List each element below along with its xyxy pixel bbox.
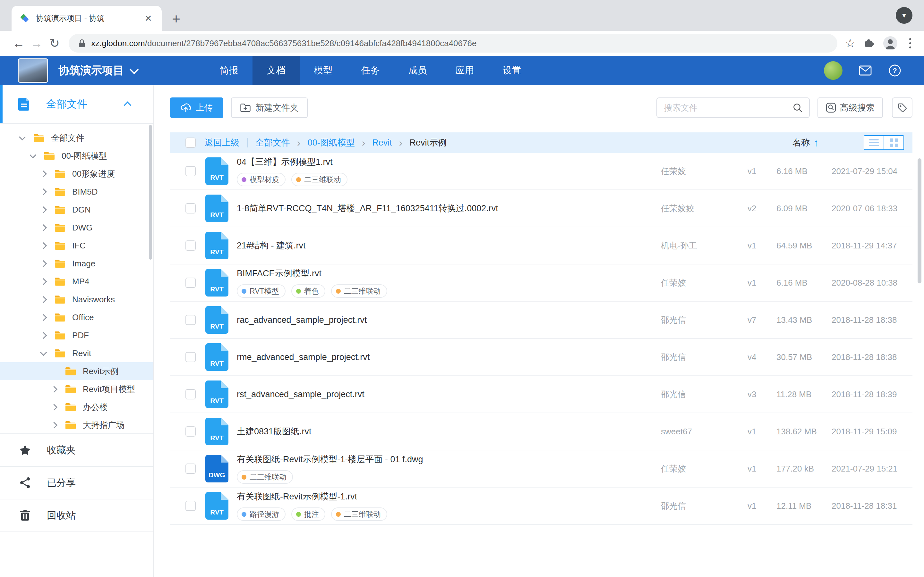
project-switcher-caret-icon[interactable] — [129, 65, 139, 74]
chevron-right-icon[interactable] — [40, 170, 47, 177]
upload-button[interactable]: 上传 — [170, 97, 223, 118]
file-name[interactable]: BIMFACE示例模型.rvt — [237, 268, 661, 279]
nav-item-应用[interactable]: 应用 — [441, 56, 488, 85]
file-name[interactable]: rme_advanced_sample_project.rvt — [237, 352, 661, 362]
row-checkbox[interactable] — [186, 315, 196, 325]
sidebar-section-all-files[interactable]: 全部文件 — [0, 85, 153, 124]
nav-item-文档[interactable]: 文档 — [252, 56, 300, 85]
tag-路径漫游[interactable]: 路径漫游 — [237, 508, 286, 521]
file-row[interactable]: RVT21#结构 - 建筑.rvt机电-孙工v164.59 MB2018-11-… — [170, 227, 913, 264]
sidebar-item-已分享[interactable]: 已分享 — [0, 466, 153, 499]
tree-item-Office[interactable]: Office — [0, 308, 153, 326]
file-name[interactable]: rst_advanced_sample_project.rvt — [237, 390, 661, 400]
tree-item-大拇指广场[interactable]: 大拇指广场 — [0, 416, 153, 434]
main-scrollbar[interactable] — [918, 158, 921, 284]
chevron-right-icon[interactable] — [40, 314, 47, 321]
nav-item-简报[interactable]: 简报 — [205, 56, 252, 85]
tree-item-PDF[interactable]: PDF — [0, 326, 153, 344]
chevron-right-icon[interactable] — [40, 260, 47, 267]
file-name[interactable]: 有关联图纸-Revit示例模型-1-楼层平面 - 01 f.dwg — [237, 454, 661, 465]
tree-item-全部文件[interactable]: 全部文件 — [0, 129, 153, 147]
user-avatar[interactable] — [824, 61, 843, 80]
nav-item-任务[interactable]: 任务 — [347, 56, 394, 85]
chevron-down-icon[interactable] — [19, 133, 26, 140]
tag-着色[interactable]: 着色 — [291, 284, 325, 298]
chevron-right-icon[interactable] — [40, 332, 47, 338]
tree-item-MP4[interactable]: MP4 — [0, 272, 153, 290]
row-checkbox[interactable] — [186, 352, 196, 362]
chevron-right-icon[interactable] — [40, 278, 47, 285]
tree-item-IFC[interactable]: IFC — [0, 237, 153, 255]
sort-ascending-icon[interactable]: ↑ — [814, 137, 819, 149]
tree-item-Navisworks[interactable]: Navisworks — [0, 290, 153, 308]
tag-二三维联动[interactable]: 二三维联动 — [237, 470, 293, 484]
chevron-right-icon[interactable] — [51, 404, 57, 410]
file-row[interactable]: RVTrst_advanced_sample_project.rvt邵光信v31… — [170, 376, 913, 413]
file-name[interactable]: 土建0831版图纸.rvt — [237, 426, 661, 437]
new-folder-button[interactable]: 新建文件夹 — [231, 97, 308, 118]
row-checkbox[interactable] — [186, 464, 196, 474]
sidebar-item-回收站[interactable]: 回收站 — [0, 499, 153, 532]
tree-item-Revit项目模型[interactable]: Revit项目模型 — [0, 380, 153, 398]
file-name[interactable]: rac_advanced_sample_project.rvt — [237, 315, 661, 325]
tag-filter-button[interactable] — [892, 97, 913, 118]
chevron-right-icon[interactable] — [40, 296, 47, 303]
file-row[interactable]: DWG有关联图纸-Revit示例模型-1-楼层平面 - 01 f.dwg二三维联… — [170, 450, 913, 488]
breadcrumb-link-全部文件[interactable]: 全部文件 — [255, 137, 290, 148]
tag-批注[interactable]: 批注 — [291, 508, 325, 521]
tag-模型材质[interactable]: 模型材质 — [237, 173, 286, 186]
sidebar-scrollbar[interactable] — [149, 125, 152, 259]
browser-menu-icon[interactable] — [906, 38, 914, 48]
project-name[interactable]: 协筑演示项目 — [58, 63, 124, 78]
address-bar[interactable]: xz.glodon.com/document/278b7967ebba4708a… — [69, 34, 837, 53]
tag-二三维联动[interactable]: 二三维联动 — [331, 508, 387, 521]
nav-item-成员[interactable]: 成员 — [394, 56, 441, 85]
grid-view-button[interactable] — [884, 136, 903, 149]
tab-close-icon[interactable]: ✕ — [143, 13, 154, 24]
chevron-right-icon[interactable] — [40, 188, 47, 195]
row-checkbox[interactable] — [186, 240, 196, 251]
back-to-parent-link[interactable]: 返回上级 — [205, 137, 239, 148]
sidebar-item-收藏夹[interactable]: 收藏夹 — [0, 434, 153, 466]
file-name[interactable]: 04【三维】示例模型1.rvt — [237, 156, 661, 168]
tree-item-BIM5D[interactable]: BIM5D — [0, 183, 153, 201]
breadcrumb-link-Revit[interactable]: Revit — [372, 138, 392, 148]
file-row[interactable]: RVTrac_advanced_sample_project.rvt邵光信v71… — [170, 301, 913, 339]
tree-item-办公楼[interactable]: 办公楼 — [0, 398, 153, 416]
tag-RVT模型[interactable]: RVT模型 — [237, 284, 286, 298]
download-indicator-icon[interactable]: ▼ — [896, 7, 913, 24]
file-name[interactable]: 21#结构 - 建筑.rvt — [237, 240, 661, 251]
file-name[interactable]: 1-8简单RVT-RCCQ_T4N_塔楼_AR_F11_160325411转换过… — [237, 203, 661, 214]
chevron-up-icon[interactable] — [124, 101, 131, 109]
tree-item-DGN[interactable]: DGN — [0, 201, 153, 219]
file-row[interactable]: RVTrme_advanced_sample_project.rvt邵光信v43… — [170, 339, 913, 376]
file-row[interactable]: RVT04【三维】示例模型1.rvt模型材质二三维联动任荣姣v16.16 MB2… — [170, 153, 913, 190]
mail-icon[interactable] — [859, 65, 872, 76]
browser-tab[interactable]: 协筑演示项目 - 协筑 ✕ — [11, 6, 162, 31]
row-checkbox[interactable] — [186, 426, 196, 437]
chevron-right-icon[interactable] — [51, 386, 57, 392]
tree-item-Revit示例[interactable]: Revit示例 — [0, 362, 153, 380]
back-icon[interactable]: ← — [10, 34, 27, 52]
new-tab-button[interactable]: + — [167, 10, 186, 28]
tree-item-Image[interactable]: Image — [0, 255, 153, 272]
chevron-right-icon[interactable] — [51, 422, 57, 428]
browser-profile-icon[interactable] — [883, 36, 898, 51]
extensions-puzzle-icon[interactable] — [864, 38, 875, 49]
list-view-button[interactable] — [864, 136, 884, 149]
reload-icon[interactable]: ↻ — [45, 34, 63, 52]
row-checkbox[interactable] — [186, 389, 196, 400]
select-all-checkbox[interactable] — [186, 137, 196, 148]
row-checkbox[interactable] — [186, 277, 196, 288]
bookmark-star-icon[interactable]: ☆ — [845, 37, 855, 50]
chevron-right-icon[interactable] — [40, 224, 47, 231]
forward-icon[interactable]: → — [27, 34, 45, 52]
tree-item-00形象进度[interactable]: 00形象进度 — [0, 165, 153, 183]
sort-by-name[interactable]: 名称 — [792, 137, 810, 148]
file-row[interactable]: RVT有关联图纸-Revit示例模型-1.rvt路径漫游批注二三维联动邵光信v1… — [170, 488, 913, 525]
file-row[interactable]: RVT1-8简单RVT-RCCQ_T4N_塔楼_AR_F11_160325411… — [170, 190, 913, 227]
row-checkbox[interactable] — [186, 166, 196, 176]
chevron-right-icon[interactable] — [40, 242, 47, 249]
chevron-down-icon[interactable] — [40, 349, 47, 356]
help-icon[interactable]: ? — [888, 64, 901, 77]
